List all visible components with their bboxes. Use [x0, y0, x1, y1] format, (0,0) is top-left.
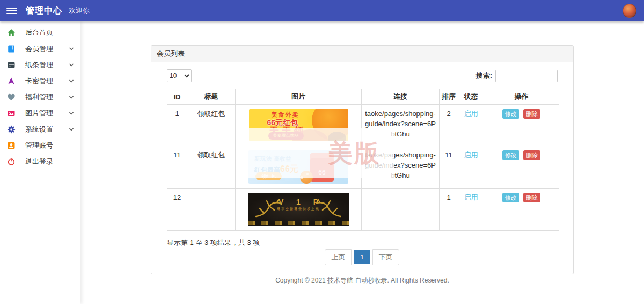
sidebar-item-label: 管理账号 [25, 141, 53, 150]
next-page-button[interactable]: 下页 [372, 249, 399, 265]
col-header-title: 标题 [187, 89, 236, 105]
status-enabled-link[interactable]: 启用 [464, 151, 478, 159]
sidebar: 后台首页 会员管理 纸条管理 卡密管理 [0, 21, 80, 304]
sidebar-item-label: 会员管理 [25, 44, 53, 54]
app-title: 管理中心 [26, 5, 62, 17]
member-icon [6, 45, 16, 53]
sidebar-item-logout[interactable]: 退出登录 [0, 154, 80, 170]
col-header-actions: 操作 [484, 89, 559, 105]
sidebar-item-notes[interactable]: 纸条管理 [0, 57, 80, 73]
cell-status: 启用 [458, 105, 484, 146]
account-icon [6, 141, 16, 150]
sidebar-item-welfare[interactable]: 福利管理 [0, 89, 80, 105]
sidebar-item-home[interactable]: 后台首页 [0, 25, 80, 41]
sidebar-item-label: 退出登录 [25, 157, 53, 167]
cell-title: 领取红包 [187, 146, 236, 189]
chevron-down-icon [69, 79, 74, 83]
modify-button[interactable]: 修改 [502, 150, 519, 160]
cell-image: V 1 P 尊享全新尊贵特权上线 [236, 189, 362, 231]
sidebar-item-label: 福利管理 [25, 92, 53, 102]
modify-button[interactable]: 修改 [502, 109, 519, 119]
cell-sort: 2 [440, 105, 458, 146]
cell-id: 11 [167, 146, 187, 189]
delete-button[interactable]: 删除 [523, 193, 540, 202]
status-enabled-link[interactable]: 启用 [464, 193, 478, 201]
table-header-row: ID 标题 图片 连接 排序 状态 操作 [167, 89, 559, 105]
cell-link [362, 189, 440, 231]
sidebar-item-label: 卡密管理 [25, 76, 53, 86]
welcome-text: 欢迎你 [69, 6, 90, 16]
watermark-text: 美版 [328, 137, 380, 170]
cell-id: 12 [167, 189, 187, 231]
col-header-status: 状态 [458, 89, 484, 105]
chevron-down-icon [69, 127, 74, 132]
cell-sort: 11 [440, 146, 458, 189]
col-header-image: 图片 [236, 89, 362, 105]
col-header-id: ID [167, 89, 187, 105]
prev-page-button[interactable]: 上页 [325, 249, 352, 265]
col-header-sort: 排序 [440, 89, 458, 105]
cell-actions: 修改 删除 [484, 189, 559, 231]
cell-status: 启用 [458, 146, 484, 189]
top-navbar: 管理中心 欢迎你 [0, 0, 644, 21]
sidebar-item-label: 系统设置 [25, 125, 53, 134]
cell-actions: 修改 删除 [484, 146, 559, 189]
vip-ad-image: V 1 P 尊享全新尊贵特权上线 [248, 193, 349, 226]
power-icon [6, 157, 16, 166]
antler-graphic [313, 199, 341, 218]
avatar[interactable] [623, 4, 636, 18]
home-icon [6, 28, 16, 37]
sidebar-item-label: 图片管理 [25, 108, 53, 118]
sidebar-item-settings[interactable]: 系统设置 [0, 121, 80, 137]
menu-toggle-icon[interactable] [6, 8, 17, 14]
chevron-down-icon [69, 111, 74, 115]
cell-sort: 1 [440, 189, 458, 231]
heart-icon [6, 93, 16, 102]
search-label: 搜索: [476, 71, 492, 81]
page-1-button[interactable]: 1 [354, 250, 370, 264]
cell-title: 领取红包 [187, 105, 236, 146]
panel-title: 会员列表 [151, 46, 573, 62]
sidebar-item-images[interactable]: 图片管理 [0, 105, 80, 121]
table-row: 12 V 1 P 尊享全新尊贵特权上线 [167, 189, 559, 231]
delete-button[interactable]: 删除 [523, 150, 540, 160]
col-header-link: 连接 [362, 89, 440, 105]
sidebar-item-members[interactable]: 会员管理 [0, 41, 80, 57]
chevron-down-icon [69, 95, 74, 99]
delete-button[interactable]: 删除 [523, 109, 540, 119]
cell-id: 1 [167, 105, 187, 146]
watermark-overlay: 美版 [244, 128, 394, 178]
results-summary: 显示第 1 至 3 项结果，共 3 项 [167, 238, 558, 248]
chevron-down-icon [69, 47, 74, 51]
gear-icon [6, 125, 16, 134]
sidebar-item-label: 后台首页 [25, 28, 53, 38]
antler-graphic [255, 199, 283, 218]
card-icon [6, 77, 16, 85]
cell-status: 启用 [458, 189, 484, 231]
pagination: 上页 1 下页 [167, 249, 558, 265]
chevron-down-icon [69, 63, 74, 67]
note-icon [6, 61, 16, 69]
cell-actions: 修改 删除 [484, 105, 559, 146]
footer-copyright: Copyright © 2021 技术导航 自动秒收录. All Rights … [80, 270, 644, 291]
cell-title [187, 189, 236, 231]
image-icon [6, 109, 16, 118]
page-size-select[interactable]: 10 [167, 69, 192, 82]
search-input[interactable] [495, 70, 558, 82]
sidebar-item-label: 纸条管理 [25, 60, 53, 70]
status-enabled-link[interactable]: 启用 [464, 110, 478, 118]
sidebar-item-cards[interactable]: 卡密管理 [0, 73, 80, 89]
modify-button[interactable]: 修改 [502, 193, 519, 202]
sidebar-item-account[interactable]: 管理账号 [0, 137, 80, 154]
